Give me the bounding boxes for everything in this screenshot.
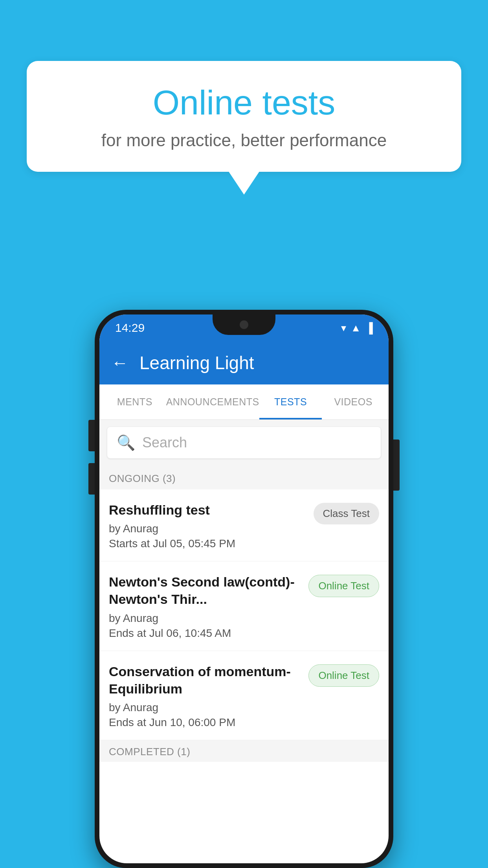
volume-up-button[interactable] [88,420,95,451]
back-button[interactable]: ← [111,353,128,373]
tab-announcements[interactable]: ANNOUNCEMENTS [166,384,259,419]
phone-container: 14:29 ▾ ▲ ▐ ← Learning Light MENTS ANNOU… [95,310,393,868]
status-icons: ▾ ▲ ▐ [341,322,373,334]
tabs-bar: MENTS ANNOUNCEMENTS TESTS VIDEOS [99,384,389,420]
test-item-1[interactable]: Reshuffling test by Anurag Starts at Jul… [99,489,389,561]
test-author-2: by Anurag [109,612,302,625]
bubble-title: Online tests [50,83,438,123]
search-input[interactable]: Search [142,434,187,451]
test-list: Reshuffling test by Anurag Starts at Jul… [99,489,389,740]
battery-icon: ▐ [366,322,373,334]
tab-videos[interactable]: VIDEOS [322,384,385,419]
tab-ments[interactable]: MENTS [103,384,166,419]
test-title-2: Newton's Second law(contd)-Newton's Thir… [109,573,302,608]
test-title-3: Conservation of momentum-Equilibrium [109,663,302,697]
wifi-icon: ▾ [341,322,346,334]
badge-online-test-3: Online Test [308,664,379,687]
test-title-1: Reshuffling test [109,501,307,519]
notch [213,314,275,335]
badge-online-test-2: Online Test [308,575,379,597]
search-bar[interactable]: 🔍 Search [107,427,381,458]
phone-frame: 14:29 ▾ ▲ ▐ ← Learning Light MENTS ANNOU… [95,310,393,868]
bubble-arrow [228,171,260,195]
power-button[interactable] [393,440,400,491]
app-bar-title: Learning Light [139,352,254,373]
app-bar: ← Learning Light [99,341,389,384]
phone-screen: 14:29 ▾ ▲ ▐ ← Learning Light MENTS ANNOU… [99,314,389,863]
test-item-3[interactable]: Conservation of momentum-Equilibrium by … [99,651,389,740]
speech-bubble: Online tests for more practice, better p… [27,61,461,172]
camera [240,320,248,329]
test-date-2: Ends at Jul 06, 10:45 AM [109,627,302,640]
test-date-3: Ends at Jun 10, 06:00 PM [109,716,302,729]
test-author-3: by Anurag [109,701,302,714]
test-info-3: Conservation of momentum-Equilibrium by … [109,663,302,729]
status-time: 14:29 [115,321,145,335]
test-info-1: Reshuffling test by Anurag Starts at Jul… [109,501,307,550]
bubble-subtitle: for more practice, better performance [50,131,438,150]
test-author-1: by Anurag [109,522,307,535]
ongoing-section-header: ONGOING (3) [99,465,389,489]
speech-bubble-container: Online tests for more practice, better p… [27,61,461,195]
search-icon: 🔍 [117,434,135,451]
tab-tests[interactable]: TESTS [259,384,322,419]
test-item-2[interactable]: Newton's Second law(contd)-Newton's Thir… [99,561,389,651]
volume-down-button[interactable] [88,463,95,495]
completed-section-header: COMPLETED (1) [99,740,389,762]
search-bar-container: 🔍 Search [99,420,389,465]
test-date-1: Starts at Jul 05, 05:45 PM [109,537,307,550]
test-info-2: Newton's Second law(contd)-Newton's Thir… [109,573,302,639]
badge-class-test-1: Class Test [314,503,379,524]
signal-icon: ▲ [351,322,361,334]
